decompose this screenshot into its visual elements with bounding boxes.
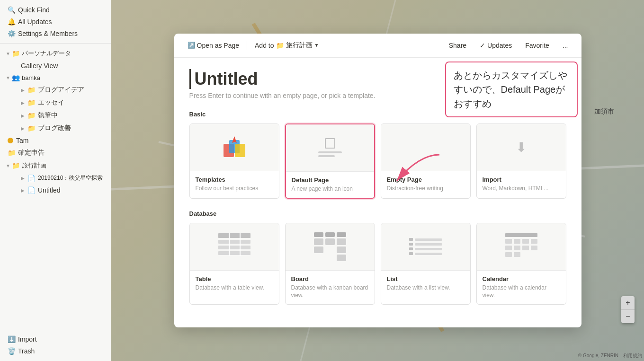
chevron-down-icon-bamka: ▼ xyxy=(6,75,10,80)
updates-button[interactable]: ✓ Updates xyxy=(476,40,516,51)
board-preview xyxy=(314,232,346,261)
template-card-templates[interactable]: Templates Follow our best practices xyxy=(189,123,279,199)
sidebar-item-personal-data[interactable]: ▼ 📁 パーソナルデータ xyxy=(2,47,109,60)
svg-rect-31 xyxy=(514,252,520,257)
card-info-templates: Templates Follow our best practices xyxy=(190,171,279,197)
sidebar-item-import[interactable]: ⬇️ Import xyxy=(2,334,109,345)
template-card-board[interactable]: Board Database with a kanban board view. xyxy=(285,223,375,305)
sidebar-item-blog-ideas[interactable]: ▶ 📁 ブログアイデア xyxy=(15,84,109,96)
card-info-calendar: Calendar Database with a calendar view. xyxy=(477,271,566,305)
template-card-default-page[interactable]: Default Page A new page with an icon xyxy=(285,123,375,199)
team-icon: 👥 xyxy=(12,74,20,81)
sidebar-label-chichibu: 20190210：秩父星空探索 xyxy=(38,174,103,182)
sidebar-label-quick-find: Quick Find xyxy=(18,6,50,14)
preview-icon-box xyxy=(325,138,335,149)
sidebar-label-essay: エッセイ xyxy=(38,98,64,107)
chevron-right-icon: ▶ xyxy=(21,88,25,93)
sidebar-item-all-updates[interactable]: 🔔 All Updates xyxy=(2,16,109,27)
preview-line-2 xyxy=(318,155,335,157)
share-label: Share xyxy=(449,42,466,49)
sidebar-item-gallery-view[interactable]: Gallery View xyxy=(15,60,109,71)
template-card-table[interactable]: Table Database with a table view. xyxy=(189,223,279,305)
card-name-templates: Templates xyxy=(196,176,273,183)
card-info-empty: Empty Page Distraction-free writing xyxy=(381,171,470,197)
board-card-5 xyxy=(337,247,346,253)
sidebar-item-essay[interactable]: ▶ 📁 エッセイ xyxy=(15,97,109,109)
sidebar-item-bamka[interactable]: ▼ 👥 bamka xyxy=(2,72,109,83)
template-card-empty-page[interactable]: Empty Page Distraction-free writing xyxy=(381,123,471,199)
template-card-calendar[interactable]: Calendar Database with a calendar view. xyxy=(476,223,566,305)
sidebar-item-quick-find[interactable]: 🔍 Quick Find xyxy=(2,4,109,16)
board-col-2 xyxy=(325,232,335,245)
share-button[interactable]: Share xyxy=(445,40,470,51)
add-to-button[interactable]: Add to 📁 旅行計画 ▼ xyxy=(251,39,322,52)
folder-icon-essay: 📁 xyxy=(27,99,35,106)
chevron-right-icon-blog-improve: ▶ xyxy=(21,126,25,131)
add-to-label: Add to xyxy=(255,42,274,49)
board-card-1 xyxy=(314,238,323,245)
page-title: Untitled xyxy=(189,69,566,89)
board-col-1 xyxy=(314,232,323,253)
sidebar-item-tax-report[interactable]: 📁 確定申告 xyxy=(2,147,109,159)
sidebar-child-travel-plan: ▶ 📄 20190210：秩父星空探索 ▶ 📄 Untitled xyxy=(0,172,111,196)
card-preview-table xyxy=(190,223,279,271)
sidebar-item-blog-improve[interactable]: ▶ 📁 ブログ改善 xyxy=(15,122,109,134)
doc-icon-untitled: 📄 xyxy=(27,186,35,194)
sidebar-item-settings[interactable]: ⚙️ Settings & Members xyxy=(2,28,109,39)
svg-rect-22 xyxy=(505,239,512,244)
sidebar-label-blog-ideas: ブログアイデア xyxy=(38,86,84,94)
board-card-header-2 xyxy=(325,232,335,237)
doc-icon-chichibu: 📄 xyxy=(27,175,35,182)
workspace-label: 旅行計画 xyxy=(286,41,313,50)
sidebar-item-untitled[interactable]: ▶ 📄 Untitled xyxy=(15,185,109,196)
templates-preview-icon xyxy=(222,134,247,160)
settings-icon: ⚙️ xyxy=(8,30,15,37)
sidebar-item-chichibu[interactable]: ▶ 📄 20190210：秩父星空探索 xyxy=(15,172,109,184)
card-info-table: Table Database with a table view. xyxy=(190,271,279,297)
modal-header-right: Share ✓ Updates Favorite ... xyxy=(445,40,572,51)
board-card-header-3 xyxy=(337,232,346,237)
modal-header-left: ↗️ Open as Page Add to 📁 旅行計画 ▼ xyxy=(184,39,441,52)
section-title-basic: Basic xyxy=(189,111,566,118)
board-card-3 xyxy=(325,238,335,245)
list-row-4 xyxy=(409,252,442,255)
modal-header: ↗️ Open as Page Add to 📁 旅行計画 ▼ Share ✓ … xyxy=(174,34,581,58)
svg-rect-27 xyxy=(514,246,520,250)
modal-body: あとからカスタマイズしやすいので、Default Pageがおすすめ Untit… xyxy=(174,58,581,327)
download-icon: ⬇ xyxy=(516,140,527,155)
sidebar-top: 🔍 Quick Find 🔔 All Updates ⚙️ Settings &… xyxy=(0,0,111,200)
more-button[interactable]: ... xyxy=(559,40,572,51)
trash-icon: 🗑️ xyxy=(8,347,15,355)
default-page-preview xyxy=(318,138,342,157)
calendar-preview-icon xyxy=(504,232,538,261)
sidebar-item-trash[interactable]: 🗑️ Trash xyxy=(2,345,109,357)
sidebar-item-writing[interactable]: ▶ 📁 執筆中 xyxy=(15,109,109,122)
svg-rect-24 xyxy=(522,239,529,244)
card-preview-empty xyxy=(381,124,470,171)
template-card-list[interactable]: List Database with a list view. xyxy=(381,223,471,305)
sidebar-item-tam[interactable]: Tam xyxy=(2,135,109,146)
card-desc-import: Word, Markdown, HTML... xyxy=(483,185,560,193)
checkmark-icon: ✓ xyxy=(480,42,485,49)
list-dot-4 xyxy=(409,252,413,255)
page-subtitle: Press Enter to continue with an empty pa… xyxy=(189,92,566,99)
open-as-page-button[interactable]: ↗️ Open as Page xyxy=(184,40,243,51)
card-preview-list xyxy=(381,223,470,271)
sidebar-item-travel-plan[interactable]: ▼ 📁 旅行計画 xyxy=(2,159,109,172)
card-name-empty: Empty Page xyxy=(387,176,465,183)
section-title-database: Database xyxy=(189,210,566,217)
svg-rect-15 xyxy=(218,233,250,238)
folder-icon-tax: 📁 xyxy=(8,149,15,157)
card-desc-board: Database with a kanban board view. xyxy=(291,284,369,300)
list-dot-3 xyxy=(409,247,413,250)
card-name-list: List xyxy=(387,275,465,282)
modal-overlay: ↗️ Open as Page Add to 📁 旅行計画 ▼ Share ✓ … xyxy=(111,0,644,361)
card-preview-calendar xyxy=(477,223,566,271)
board-col-3 xyxy=(337,232,346,261)
card-preview-import: ⬇ xyxy=(477,124,566,171)
favorite-button[interactable]: Favorite xyxy=(521,40,553,51)
card-desc-templates: Follow our best practices xyxy=(196,185,273,193)
card-desc-table: Database with a table view. xyxy=(196,284,273,292)
template-card-import[interactable]: ⬇ Import Word, Markdown, HTML... xyxy=(476,123,566,199)
chevron-down-icon-header: ▼ xyxy=(314,43,319,48)
